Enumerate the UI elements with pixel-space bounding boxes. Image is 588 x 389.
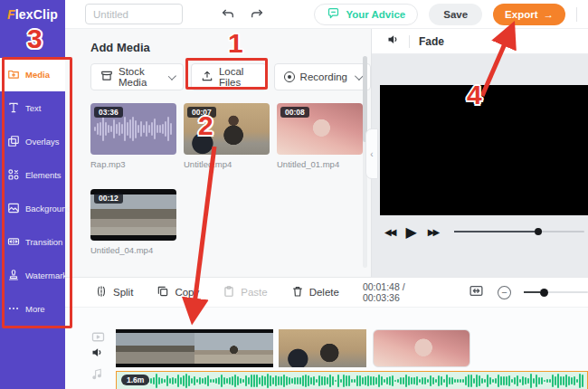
sidebar: Media Text Overlays Elements: [0, 29, 65, 389]
copy-icon: [156, 285, 169, 299]
clip-frame: [194, 333, 273, 364]
speaker-icon[interactable]: [386, 33, 400, 50]
fit-timeline-icon[interactable]: [469, 283, 484, 302]
audio-track-music-icon[interactable]: [90, 367, 104, 384]
your-advice-label: Your Advice: [346, 9, 405, 20]
watermark-stamp-icon: [7, 269, 20, 283]
copy-label: Copy: [175, 287, 199, 298]
timeline-toolbar: Split Copy Paste Delete 00:01:48 / 00:03…: [65, 277, 588, 308]
sidebar-item-elements[interactable]: Elements: [0, 158, 65, 192]
elements-icon: [7, 168, 20, 183]
seek-bar[interactable]: [454, 231, 584, 232]
save-button[interactable]: Save: [429, 4, 482, 25]
flexclip-logo[interactable]: FlexClip: [0, 0, 65, 29]
redo-icon[interactable]: [250, 7, 264, 22]
background-icon: [7, 202, 20, 216]
local-files-button[interactable]: Local Files: [191, 63, 267, 90]
stock-media-label: Stock Media: [119, 66, 161, 88]
sidebar-item-overlays[interactable]: Overlays: [0, 125, 65, 158]
copy-button[interactable]: Copy: [156, 285, 199, 299]
media-item-video[interactable]: 00:12 Untitled_04.mp4: [90, 189, 176, 255]
mute-track-speaker-icon[interactable]: [90, 346, 104, 363]
speech-bubble-icon: [327, 6, 340, 22]
text-icon: [7, 101, 20, 116]
overlays-icon: [7, 135, 20, 149]
media-item-name: Untitled_01.mp4: [277, 159, 363, 169]
rewind-button[interactable]: ◀◀: [384, 227, 394, 237]
preview-stage: ‹ ◀◀ ▶ ▶▶: [372, 54, 588, 277]
media-item-audio[interactable]: 03:36 Rap.mp3: [90, 103, 176, 169]
recording-button[interactable]: Recording: [274, 63, 371, 90]
collapse-panel-tab[interactable]: ‹: [365, 128, 378, 179]
chevron-left-icon: ‹: [370, 149, 373, 159]
scrollbar-thumb[interactable]: [363, 56, 367, 142]
video-thumbnail: 00:12: [90, 189, 176, 241]
video-thumbnail: 00:08: [277, 103, 363, 155]
paste-label: Paste: [241, 287, 267, 298]
export-button[interactable]: Export →: [493, 4, 565, 25]
duration-badge: 00:12: [94, 193, 123, 204]
timeline-audio-track[interactable]: 1.6m: [116, 371, 588, 389]
split-label: Split: [113, 287, 133, 298]
duration-badge: 03:36: [94, 107, 123, 118]
recording-label: Recording: [300, 71, 347, 82]
timeline-clip-pink[interactable]: [373, 329, 470, 367]
toolbar-divider: [409, 35, 410, 48]
sidebar-item-background[interactable]: Background: [0, 192, 65, 225]
undo-icon[interactable]: [221, 7, 235, 22]
duration-badge: 00:08: [280, 107, 309, 118]
audio-waveform: [94, 116, 173, 142]
paste-button[interactable]: Paste: [223, 285, 267, 299]
sidebar-item-label: Background: [25, 204, 71, 213]
timeline-clip-mountain[interactable]: [116, 329, 273, 367]
flexclip-editor: FlexClip Your Advice Save Export: [0, 0, 588, 389]
media-item-video[interactable]: 00:07 Untitled.mp4: [184, 103, 270, 169]
sidebar-item-label: Watermark: [25, 270, 67, 280]
audio-duration-badge: 1.6m: [121, 375, 149, 385]
delete-button[interactable]: Delete: [291, 285, 339, 299]
upload-icon: [201, 70, 213, 84]
trash-icon: [291, 285, 304, 299]
media-item-video[interactable]: 00:08 Untitled_01.mp4: [277, 103, 363, 169]
video-preview[interactable]: [380, 85, 588, 215]
sidebar-item-label: Overlays: [25, 137, 59, 147]
project-title-input[interactable]: [85, 4, 183, 24]
media-item-name: Untitled_04.mp4: [90, 245, 176, 255]
export-arrow-icon: →: [544, 9, 555, 20]
sidebar-item-label: Transition: [25, 237, 62, 247]
timeline-clip-person[interactable]: [279, 329, 366, 367]
minus-glyph: −: [501, 288, 507, 298]
clip-frame: [116, 333, 194, 364]
sidebar-item-watermark[interactable]: Watermark: [0, 259, 65, 292]
sidebar-item-media[interactable]: Media: [0, 58, 65, 91]
paste-icon: [223, 285, 235, 299]
stock-media-button[interactable]: Stock Media: [90, 63, 184, 90]
sidebar-item-more[interactable]: More: [0, 292, 65, 326]
sidebar-item-label: Elements: [25, 170, 62, 180]
top-bar: FlexClip Your Advice Save Export: [0, 0, 588, 29]
seek-handle[interactable]: [535, 228, 542, 235]
zoom-slider-handle[interactable]: [540, 289, 548, 297]
fast-forward-button[interactable]: ▶▶: [428, 227, 438, 237]
save-label: Save: [443, 9, 468, 20]
zoom-out-icon[interactable]: −: [498, 286, 511, 299]
media-grid: 03:36 Rap.mp3 00:07 Untitled.mp4 00:08 U…: [90, 103, 371, 255]
fade-effect-label[interactable]: Fade: [419, 35, 444, 48]
sidebar-item-text[interactable]: Text: [0, 91, 65, 125]
sidebar-item-label: Media: [25, 70, 50, 80]
timecode: 00:01:48 / 00:03:36: [363, 281, 443, 303]
play-button[interactable]: ▶: [405, 223, 416, 241]
seek-progress: [454, 231, 535, 232]
split-icon: [95, 285, 108, 299]
stock-media-icon: [100, 70, 113, 84]
zoom-slider-fill: [524, 291, 540, 293]
logo-letter: F: [7, 7, 15, 22]
logo-text: lexClip: [15, 7, 58, 22]
timeline-zoom-slider[interactable]: [524, 291, 588, 293]
preview-panel: Fade ‹ ◀◀ ▶ ▶▶: [371, 29, 588, 277]
your-advice-button[interactable]: Your Advice: [314, 4, 418, 25]
sidebar-item-transition[interactable]: Transition: [0, 225, 65, 259]
split-button[interactable]: Split: [95, 285, 133, 299]
chevron-down-icon: [168, 71, 176, 80]
export-label: Export: [505, 9, 537, 20]
